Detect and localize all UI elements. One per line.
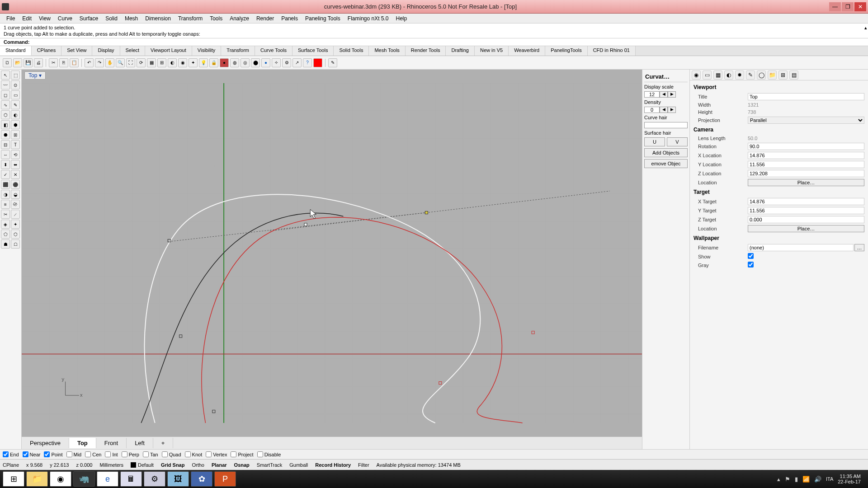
- tool-icon[interactable]: ✧: [272, 58, 281, 67]
- tab-drafting[interactable]: Drafting: [446, 46, 475, 56]
- tray-up-icon[interactable]: ▴: [777, 476, 780, 483]
- panel-tab-icon-1[interactable]: ▭: [703, 70, 712, 80]
- gray-checkbox[interactable]: [748, 262, 754, 267]
- side-tool-18[interactable]: ⬍: [1, 160, 10, 169]
- osnap-perp[interactable]: Perp: [122, 451, 139, 457]
- side-tool-2[interactable]: 〰: [1, 80, 10, 89]
- place-target-button[interactable]: Place…: [748, 225, 864, 232]
- density-input[interactable]: [644, 107, 660, 113]
- side-tool-0[interactable]: ↖: [1, 70, 10, 80]
- place-camera-button[interactable]: Place…: [748, 179, 864, 186]
- osnap-end[interactable]: End: [3, 451, 19, 457]
- tab-surface-tools[interactable]: Surface Tools: [292, 46, 334, 56]
- side-tool-24[interactable]: ◑: [1, 190, 10, 199]
- viewport-label[interactable]: Top ▾: [24, 71, 46, 80]
- side-tool-4[interactable]: ◻: [1, 90, 10, 99]
- status-toggle-grid-snap[interactable]: Grid Snap: [161, 462, 185, 468]
- menu-mesh[interactable]: Mesh: [121, 14, 142, 23]
- osnap-vertex[interactable]: Vertex: [206, 451, 227, 457]
- copy-icon[interactable]: ⎘: [59, 58, 68, 67]
- tool-icon[interactable]: 💡: [199, 58, 208, 67]
- display-scale-input[interactable]: [644, 91, 660, 98]
- tray-wifi-icon[interactable]: 📶: [802, 476, 810, 483]
- tab-set-view[interactable]: Set View: [61, 46, 92, 56]
- curve-hair-input[interactable]: [644, 122, 688, 128]
- app-icon[interactable]: ⚙: [144, 471, 165, 487]
- osnap-point[interactable]: Point: [44, 451, 62, 457]
- side-tool-35[interactable]: ☖: [11, 239, 20, 249]
- tray-network-icon[interactable]: ▮: [795, 476, 798, 483]
- rotate-view-icon[interactable]: ⟳: [137, 58, 146, 67]
- side-tool-7[interactable]: ✎: [11, 100, 20, 109]
- panel-tab-icon-2[interactable]: ▦: [713, 70, 722, 80]
- filename-field[interactable]: [748, 244, 854, 251]
- menu-paneling-tools[interactable]: Paneling Tools: [302, 14, 344, 23]
- redo-icon[interactable]: ↷: [95, 58, 104, 67]
- menu-view[interactable]: View: [35, 14, 54, 23]
- tab-display[interactable]: Display: [92, 46, 120, 56]
- open-icon[interactable]: 📂: [13, 58, 22, 67]
- side-tool-27[interactable]: 〄: [11, 200, 20, 209]
- zloc-field[interactable]: [748, 170, 864, 177]
- side-tool-20[interactable]: ✓: [1, 170, 10, 179]
- tab-viewport-layout[interactable]: Viewport Layout: [145, 46, 192, 56]
- tool-icon[interactable]: ⚙: [282, 58, 291, 67]
- tray-clock[interactable]: 11:35 AM 22-Feb-17: [838, 474, 861, 484]
- side-tool-32[interactable]: ⬠: [1, 230, 10, 239]
- status-toggle-smarttrack[interactable]: SmartTrack: [257, 462, 282, 468]
- tool-icon[interactable]: ↗: [292, 58, 302, 67]
- tab-solid-tools[interactable]: Solid Tools: [334, 46, 369, 56]
- panel-tab-icon-6[interactable]: ◯: [757, 70, 766, 80]
- side-tool-34[interactable]: ☗: [1, 239, 10, 249]
- rotation-field[interactable]: [748, 143, 864, 150]
- osnap-disable[interactable]: Disable: [257, 451, 281, 457]
- help-icon[interactable]: ?: [303, 58, 312, 67]
- tab-cplanes[interactable]: CPlanes: [32, 46, 62, 56]
- status-toggle-osnap[interactable]: Osnap: [234, 462, 250, 468]
- xloc-field[interactable]: [748, 152, 864, 159]
- start-button[interactable]: ⊞: [3, 471, 24, 487]
- osnap-mid[interactable]: Mid: [66, 451, 82, 457]
- menu-panels[interactable]: Panels: [278, 14, 302, 23]
- side-tool-23[interactable]: ⚫: [11, 180, 20, 189]
- side-tool-12[interactable]: ⬣: [1, 130, 10, 139]
- tool-icon[interactable]: ◉: [178, 58, 187, 67]
- tray-flag-icon[interactable]: ⚑: [785, 476, 790, 483]
- side-tool-29[interactable]: ⟋: [11, 210, 20, 219]
- ztarget-field[interactable]: [748, 216, 864, 223]
- yloc-field[interactable]: [748, 161, 864, 168]
- add-objects-button[interactable]: Add Objects: [644, 148, 688, 157]
- history-scroll-up-icon[interactable]: ▴: [864, 24, 867, 31]
- tab-select[interactable]: Select: [120, 46, 146, 56]
- panel-tab-icon-5[interactable]: ✎: [746, 70, 755, 80]
- pan-icon[interactable]: ✋: [105, 58, 114, 67]
- tab-mesh-tools[interactable]: Mesh Tools: [369, 46, 405, 56]
- menu-help[interactable]: Help: [392, 14, 411, 23]
- menu-tools[interactable]: Tools: [206, 14, 226, 23]
- side-tool-16[interactable]: ↔: [1, 150, 10, 159]
- viewport-tab-top[interactable]: Top: [69, 438, 96, 448]
- menu-edit[interactable]: Edit: [19, 14, 35, 23]
- new-icon[interactable]: 🗋: [3, 58, 12, 67]
- tool-icon[interactable]: ⬤: [251, 58, 260, 67]
- status-toggle-record-history[interactable]: Record History: [315, 462, 351, 468]
- side-tool-17[interactable]: ⟲: [11, 150, 20, 159]
- status-toggle-ortho[interactable]: Ortho: [192, 462, 204, 468]
- side-tool-15[interactable]: T: [11, 140, 20, 149]
- side-tool-14[interactable]: ⊟: [1, 140, 10, 149]
- side-tool-5[interactable]: ▭: [11, 90, 20, 99]
- powerpoint-icon[interactable]: P: [214, 471, 236, 487]
- tray-lang[interactable]: ITA: [826, 476, 833, 482]
- density-inc-button[interactable]: ▶: [668, 107, 676, 113]
- chrome-icon[interactable]: ◉: [50, 471, 71, 487]
- status-toggle-filter[interactable]: Filter: [358, 462, 369, 468]
- ytarget-field[interactable]: [748, 207, 864, 214]
- side-tool-1[interactable]: ⬚: [11, 70, 20, 80]
- menu-render[interactable]: Render: [253, 14, 278, 23]
- menu-file[interactable]: File: [3, 14, 19, 23]
- viewport-tab-left[interactable]: Left: [127, 438, 153, 448]
- side-tool-26[interactable]: ≡: [1, 200, 10, 209]
- status-layer[interactable]: Default: [138, 462, 154, 468]
- side-tool-22[interactable]: ⬛: [1, 180, 10, 189]
- panel-tab-icon-9[interactable]: ▤: [789, 70, 798, 80]
